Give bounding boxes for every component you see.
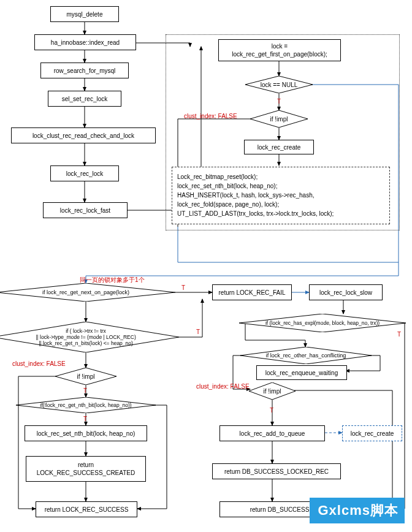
label: if !impl bbox=[77, 373, 95, 380]
label: ha_innobase::index_read bbox=[51, 39, 120, 46]
label: if(!lock_rec_get_nth_bit(lock, heap_no)) bbox=[40, 402, 131, 408]
label: if ( lock->trx != trx bbox=[36, 328, 135, 334]
node-enqueue-waiting: lock_rec_enqueue_waiting bbox=[256, 365, 347, 380]
label: lock == NULL bbox=[261, 82, 298, 88]
clust-false-3: clust_index: FALSE bbox=[196, 383, 250, 390]
diamond-impl-2: if !impl bbox=[55, 368, 116, 385]
diamond-has-expl: if (lock_rec_has_expl(mode, block, heap_… bbox=[239, 314, 406, 332]
code-line: UT_LIST_ADD_LAST(trx_locks, trx->lock.tr… bbox=[177, 209, 384, 218]
edge-label-t: T bbox=[277, 98, 281, 105]
diamond-has-conflicting: if lock_rec_other_has_conflicting bbox=[240, 347, 372, 364]
edge-label-t: T bbox=[181, 284, 185, 291]
label: return DB_SUCCESS bbox=[250, 506, 310, 513]
node-lock-rec-create-2: lock_rec_create bbox=[342, 425, 402, 441]
label: lock_rec_create bbox=[258, 144, 301, 151]
label: if !impl bbox=[264, 388, 281, 395]
node-index-read: ha_innobase::index_read bbox=[34, 34, 136, 50]
clust-false-1: clust_index: FALSE bbox=[184, 113, 237, 120]
clust-false-2: clust_index: FALSE bbox=[12, 360, 66, 367]
node-mysql-delete: mysql_delete bbox=[50, 6, 119, 22]
label: lock_rec_get_first_on_page(block); bbox=[232, 50, 327, 58]
edge-label-t: T bbox=[270, 407, 273, 414]
label: return bbox=[78, 461, 94, 469]
label: lock_rec_lock_fast bbox=[60, 207, 110, 214]
label: if !impl bbox=[270, 116, 288, 123]
diamond-impl-3: if !impl bbox=[249, 382, 296, 400]
label: mysql_delete bbox=[67, 11, 103, 18]
node-db-success-locked: return DB_SUCCESS_LOCKED_REC bbox=[212, 463, 341, 479]
diamond-get-nth-bit: if(!lock_rec_get_nth_bit(lock, heap_no)) bbox=[16, 397, 156, 413]
label: || lock->type_mode != (mode | LOCK_REC) bbox=[36, 334, 135, 340]
label: return LOCK_REC_FAIL bbox=[219, 289, 286, 296]
edge-label-t: T bbox=[196, 329, 200, 335]
node-sel-set-rec-lock: sel_set_rec_lock bbox=[48, 91, 121, 107]
label: return DB_SUCCESS_LOCKED_REC bbox=[224, 468, 329, 475]
code-line: HASH_INSERT(lock_t, hash, lock_sys->rec_… bbox=[177, 191, 384, 200]
label: row_search_for_mysql bbox=[54, 67, 116, 74]
watermark: Gxlcms脚本 bbox=[310, 498, 405, 523]
label: lock_rec_create bbox=[351, 430, 394, 437]
label: LOCK_REC_SUCCESS_CREATED bbox=[37, 469, 135, 477]
edge-label-t: T bbox=[83, 416, 87, 422]
diamond-get-next-on-page: if lock_rec_get_next_on_page(lock) bbox=[0, 283, 175, 302]
code-line: lock_rec_set_nth_bit(lock, heap_no); bbox=[177, 181, 384, 191]
node-return-fail: return LOCK_REC_FAIL bbox=[212, 284, 292, 300]
node-add-to-queue: lock_rec_add_to_queue bbox=[219, 425, 325, 441]
diamond-trx-check: if ( lock->trx != trx || lock->type_mode… bbox=[0, 322, 179, 352]
code-line: Lock_rec_bitmap_reset(lock); bbox=[177, 172, 384, 181]
label: lock_rec_lock bbox=[66, 170, 104, 177]
label: if lock_rec_get_next_on_page(lock) bbox=[42, 289, 129, 295]
label: if lock_rec_other_has_conflicting bbox=[266, 352, 346, 359]
label: lock_rec_enqueue_waiting bbox=[265, 370, 338, 376]
label: lock_clust_rec_read_check_and_lock bbox=[32, 132, 134, 139]
code-line: lock_rec_fold(space, page_no), lock); bbox=[177, 200, 384, 209]
node-lock-rec-lock: lock_rec_lock bbox=[50, 165, 119, 181]
node-return-success: return LOCK_REC_SUCCESS bbox=[36, 501, 137, 517]
label: lock_rec_add_to_queue bbox=[240, 430, 305, 437]
node-set-nth-bit: lock_rec_set_nth_bit(lock, heap_no) bbox=[25, 425, 147, 441]
diamond-impl-1: if !impl bbox=[250, 110, 308, 127]
edge-label-t: T bbox=[83, 387, 87, 394]
label: || lock_rec_get_n_bits(lock) <= heap_no) bbox=[36, 340, 135, 346]
label: if (lock_rec_has_expl(mode, block, heap_… bbox=[265, 320, 380, 326]
label: lock_rec_set_nth_bit(lock, heap_no) bbox=[37, 430, 135, 437]
diamond-lock-null: lock == NULL bbox=[245, 76, 313, 93]
label: lock = bbox=[272, 42, 288, 50]
node-lock-rec-lock-fast: lock_rec_lock_fast bbox=[43, 202, 128, 218]
node-return-success-created: return LOCK_REC_SUCCESS_CREATED bbox=[26, 456, 146, 482]
node-lock-assign: lock = lock_rec_get_first_on_page(block)… bbox=[218, 39, 341, 61]
edge-label-t: T bbox=[397, 331, 401, 338]
code-block: Lock_rec_bitmap_reset(lock); lock_rec_se… bbox=[172, 167, 390, 224]
node-lock-rec-lock-slow: lock_rec_lock_slow bbox=[309, 284, 383, 300]
node-lock-clust-check: lock_clust_rec_read_check_and_lock bbox=[11, 127, 156, 143]
label: sel_set_rec_lock bbox=[62, 96, 107, 102]
node-row-search: row_search_for_mysql bbox=[40, 63, 129, 78]
label: lock_rec_lock_slow bbox=[319, 289, 372, 296]
label: return LOCK_REC_SUCCESS bbox=[45, 506, 129, 513]
node-lock-rec-create: lock_rec_create bbox=[244, 140, 314, 154]
